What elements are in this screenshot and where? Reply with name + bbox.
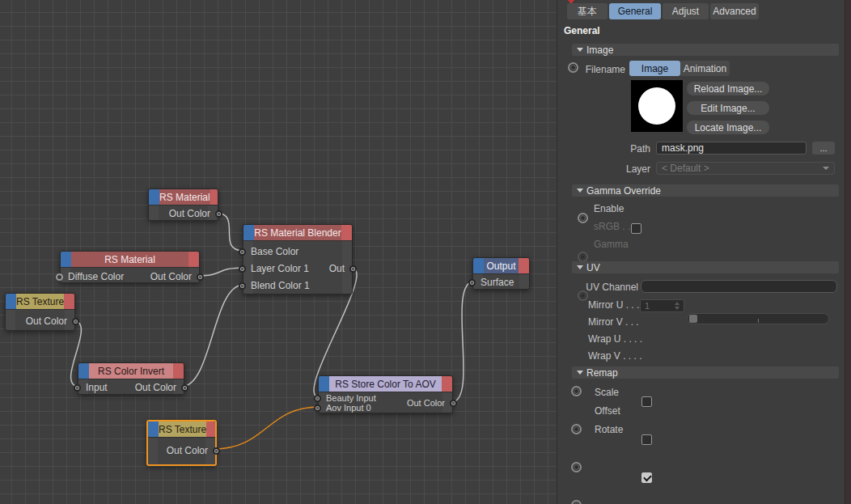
uv-channel-label: UV Channel <box>582 282 638 293</box>
mirror-u-checkbox[interactable] <box>641 396 652 407</box>
node-cap-blue <box>61 252 71 267</box>
panel-scrollbar[interactable] <box>845 0 851 504</box>
node-cap-red <box>442 376 452 392</box>
port-row-out-color: Out Color <box>6 314 74 328</box>
node-header[interactable]: RS Texture <box>148 421 215 438</box>
mirror-u-label: Mirror U . . . <box>588 299 639 311</box>
slider-tick <box>758 319 759 323</box>
uv-channel-input[interactable] <box>641 280 837 293</box>
gamma-value: 1 <box>645 301 650 311</box>
node-header[interactable]: RS Store Color To AOV <box>319 376 452 392</box>
filename-animation-toggle[interactable]: Animation <box>680 61 730 76</box>
node-header[interactable]: RS Material <box>149 189 218 205</box>
output-port-out-color[interactable] <box>181 384 188 392</box>
node-cap-blue <box>149 189 159 205</box>
edit-image-button[interactable]: Edit Image... <box>687 101 769 115</box>
node-output[interactable]: OutputSurface <box>472 257 530 290</box>
node-header[interactable]: RS Color Invert <box>78 363 184 379</box>
node-cap-red <box>206 421 215 437</box>
port-row-out-color: Out Color <box>149 206 218 221</box>
input-port-base-color[interactable] <box>239 248 246 256</box>
path-input[interactable]: mask.png <box>656 142 807 155</box>
input-port-blend-color-1[interactable] <box>239 282 246 290</box>
layer-label: Layer <box>591 163 650 175</box>
node-rs-material-1[interactable]: RS MaterialOut Color <box>148 188 218 221</box>
browse-button[interactable]: ... <box>812 142 835 155</box>
rotate-label: Rotate <box>595 424 623 435</box>
node-rs-material-2[interactable]: RS MaterialDiffuse ColorOut Color <box>60 251 200 283</box>
mirror-u-anim-dot-icon[interactable] <box>571 386 582 396</box>
locate-image-button[interactable]: Locate Image... <box>687 121 769 134</box>
node-title: RS Material <box>71 252 188 267</box>
port-label: Blend Color 1 <box>251 280 310 291</box>
node-rs-texture-1[interactable]: RS TextureOut Color <box>5 293 75 331</box>
node-cap-red <box>64 294 74 309</box>
node-cap-red <box>210 189 218 205</box>
output-port-out-color[interactable] <box>450 400 457 407</box>
input-port-surface[interactable] <box>468 279 476 286</box>
tab-adjust[interactable]: Adjust <box>663 3 709 19</box>
output-port-out[interactable] <box>349 265 357 273</box>
filename-anim-dot-icon[interactable] <box>568 62 578 73</box>
slider-handle <box>689 315 697 323</box>
node-header[interactable]: RS Material <box>61 252 199 268</box>
node-rs-texture-2[interactable]: RS TextureOut Color <box>146 420 217 466</box>
enable-anim-dot-icon[interactable] <box>578 213 588 223</box>
port-row-out-color: Out Color <box>61 269 199 284</box>
spinner-arrows-icon <box>674 300 682 311</box>
gamma-spinner: 1 <box>640 299 684 312</box>
mirror-v-checkbox[interactable] <box>641 434 652 445</box>
wrap-v-anim-dot-icon[interactable] <box>571 500 582 504</box>
chevron-down-icon <box>823 167 829 170</box>
node-header[interactable]: RS Material Blender <box>243 225 352 241</box>
filename-image-toggle[interactable]: Image <box>629 61 680 76</box>
image-section-header[interactable]: Image <box>572 44 839 56</box>
node-title: RS Material Blender <box>254 225 341 240</box>
collapse-triangle-icon <box>577 188 583 193</box>
mirror-v-label: Mirror V . . . <box>588 316 639 328</box>
node-title: RS Color Invert <box>89 363 173 379</box>
port-label: Out Color <box>169 208 210 219</box>
node-title: RS Texture <box>159 421 206 437</box>
mirror-v-anim-dot-icon[interactable] <box>571 424 582 434</box>
wrap-u-label: Wrap U . . . . <box>588 333 642 345</box>
gamma-section-title: Gamma Override <box>586 185 661 197</box>
gamma-label: Gamma <box>594 239 629 250</box>
enable-checkbox[interactable] <box>631 223 641 234</box>
node-rs-color-invert[interactable]: RS Color InvertInputOut Color <box>78 362 184 395</box>
path-label: Path <box>591 143 650 155</box>
wrap-u-anim-dot-icon[interactable] <box>571 462 582 472</box>
gamma-section-header[interactable]: Gamma Override <box>572 184 839 197</box>
section-heading: General <box>564 25 600 36</box>
node-title: Output <box>484 258 519 273</box>
output-port-out-color[interactable] <box>215 210 222 218</box>
node-cap-red <box>188 252 199 267</box>
gamma-slider <box>687 313 829 324</box>
collapse-triangle-icon <box>577 48 583 52</box>
thumbnail-circle-graphic <box>638 87 675 125</box>
remap-section-header[interactable]: Remap <box>572 366 839 379</box>
node-header[interactable]: Output <box>473 258 529 274</box>
offset-label: Offset <box>595 405 620 417</box>
output-port-out-color[interactable] <box>197 273 204 281</box>
port-label: Out Color <box>150 271 192 282</box>
node-cap-blue <box>148 421 159 437</box>
image-thumbnail[interactable] <box>631 80 683 132</box>
node-header[interactable]: RS Texture <box>6 294 74 310</box>
node-editor-canvas[interactable]: RS MaterialOut ColorRS Material BlenderB… <box>0 0 557 504</box>
node-rs-store-color-to-aov[interactable]: RS Store Color To AOVBeauty InputAov Inp… <box>318 375 453 413</box>
srgb-label: sRGB . . <box>594 221 630 232</box>
wrap-v-label: Wrap V . . . . <box>588 350 641 362</box>
output-port-out-color[interactable] <box>72 318 79 325</box>
wrap-u-checkbox[interactable] <box>641 472 652 483</box>
node-title: RS Texture <box>16 294 64 309</box>
layer-dropdown[interactable]: < Default > <box>656 162 835 175</box>
port-row-blend-color-1: Blend Color 1 <box>243 278 352 293</box>
tab-advanced[interactable]: Advanced <box>710 3 759 19</box>
reload-image-button[interactable]: Reload Image... <box>687 82 769 95</box>
output-port-out-color[interactable] <box>213 447 220 455</box>
tab-general[interactable]: General <box>609 3 661 19</box>
node-rs-material-blender[interactable]: RS Material BlenderBase ColorLayer Color… <box>243 224 353 294</box>
uv-section-header[interactable]: UV <box>572 261 839 273</box>
tab-basic[interactable]: 基本 <box>567 3 608 19</box>
